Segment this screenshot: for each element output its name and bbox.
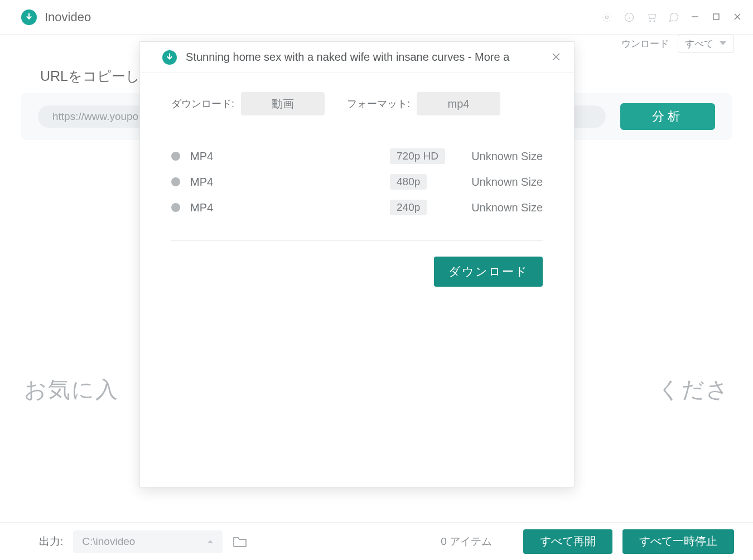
titlebar: Inovideo <box>0 0 753 35</box>
modal-logo-icon <box>162 50 177 65</box>
svg-point-5 <box>654 20 655 21</box>
modal-controls-row: ダウンロード: 動画 フォーマット: mp4 <box>171 92 543 115</box>
option-size: Unknown Size <box>451 176 543 189</box>
option-format: MP4 <box>190 176 380 189</box>
analyze-button[interactable]: 分析 <box>620 103 715 130</box>
radio-icon[interactable] <box>171 152 180 161</box>
tab-download[interactable]: ウンロード <box>621 37 669 50</box>
download-modal: Stunning home sex with a naked wife with… <box>139 41 575 487</box>
format-option-row[interactable]: MP4480pUnknown Size <box>171 169 543 195</box>
minimize-button[interactable] <box>691 12 701 22</box>
maximize-button[interactable] <box>712 12 722 22</box>
item-count: 0 アイテム <box>441 534 492 549</box>
footer: 出力: C:\inovideo 0 アイテム すべて再開 すべて一時停止 <box>0 522 753 560</box>
chevron-down-icon <box>719 41 727 46</box>
app-logo-icon <box>21 9 37 25</box>
modal-header: Stunning home sex with a naked wife with… <box>140 42 574 73</box>
option-quality: 480p <box>390 174 427 190</box>
output-path-value: C:\inovideo <box>82 535 135 548</box>
download-type-label: ダウンロード: <box>171 97 234 110</box>
resume-all-button[interactable]: すべて再開 <box>523 529 612 554</box>
filter-select-label: すべて <box>685 37 713 50</box>
modal-title: Stunning home sex with a naked wife with… <box>186 51 543 64</box>
format-label: フォーマット: <box>347 97 410 110</box>
format-option-row[interactable]: MP4720p HDUnknown Size <box>171 143 543 169</box>
radio-icon[interactable] <box>171 203 180 212</box>
option-quality: 720p HD <box>390 148 445 164</box>
settings-icon[interactable] <box>601 12 612 23</box>
option-format: MP4 <box>190 201 380 214</box>
chevron-up-icon <box>207 539 214 544</box>
open-folder-button[interactable] <box>233 535 247 548</box>
download-type-select[interactable]: 動画 <box>241 92 325 115</box>
format-select[interactable]: mp4 <box>417 92 500 115</box>
output-label: 出力: <box>39 534 63 549</box>
filter-select[interactable]: すべて <box>678 35 734 53</box>
info-icon[interactable] <box>624 12 635 23</box>
modal-body: ダウンロード: 動画 フォーマット: mp4 MP4720p HDUnknown… <box>140 73 574 487</box>
download-button[interactable]: ダウンロード <box>434 257 543 287</box>
radio-icon[interactable] <box>171 177 180 186</box>
option-size: Unknown Size <box>470 150 543 163</box>
format-option-row[interactable]: MP4240pUnknown Size <box>171 195 543 220</box>
option-format: MP4 <box>190 150 380 163</box>
close-button[interactable] <box>733 12 743 22</box>
output-path-select[interactable]: C:\inovideo <box>73 530 223 553</box>
modal-close-button[interactable] <box>552 52 562 62</box>
svg-point-4 <box>650 20 651 21</box>
divider <box>171 240 543 241</box>
cart-icon[interactable] <box>646 12 657 23</box>
option-size: Unknown Size <box>451 201 543 214</box>
pause-all-button[interactable]: すべて一時停止 <box>622 529 734 554</box>
app-name: Inovideo <box>45 10 91 25</box>
chat-icon[interactable] <box>668 12 679 23</box>
svg-point-0 <box>606 16 609 18</box>
option-quality: 240p <box>390 200 427 215</box>
svg-rect-7 <box>713 14 719 20</box>
